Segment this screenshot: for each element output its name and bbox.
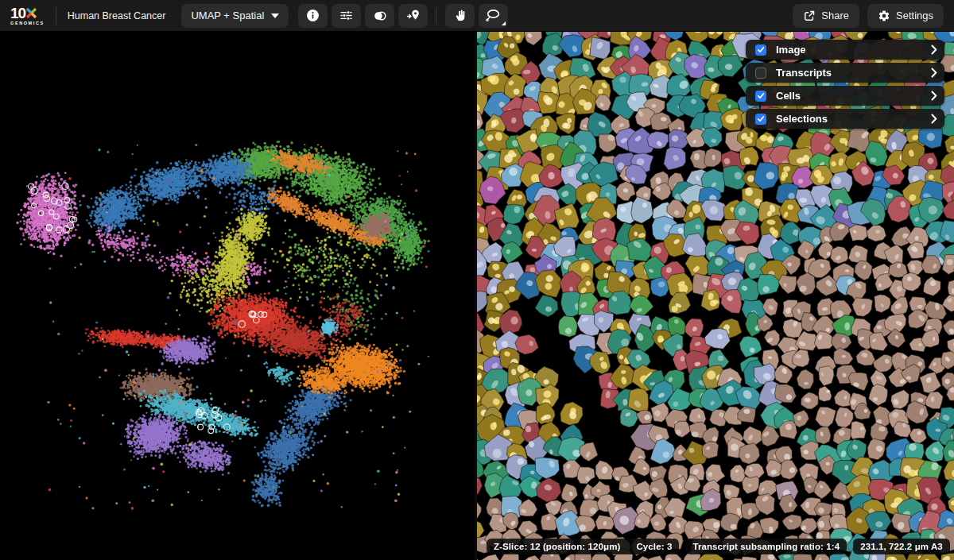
- logo-subtext: GENOMICS: [10, 21, 45, 26]
- logo-text: 10: [10, 6, 25, 21]
- spatial-view-panel: ImageTranscriptsCellsSelections Z-Slice:…: [477, 32, 954, 560]
- layer-label: Cells: [776, 90, 931, 102]
- toolbar-divider: [56, 7, 56, 25]
- caret-down-icon: [271, 14, 279, 18]
- layer-row-selections[interactable]: Selections: [746, 109, 944, 129]
- settings-button[interactable]: Settings: [867, 4, 944, 28]
- layer-checkbox-selections[interactable]: [755, 114, 766, 125]
- gear-icon: [878, 10, 890, 22]
- layer-label: Image: [776, 44, 931, 56]
- goto-location-pin-icon: [406, 9, 421, 22]
- share-label: Share: [821, 10, 849, 21]
- sliders-icon: [339, 9, 353, 22]
- more-options-indicator: [502, 21, 506, 25]
- chevron-right-icon[interactable]: [931, 68, 937, 78]
- lasso-icon: [486, 9, 501, 22]
- layer-label: Transcripts: [776, 67, 931, 79]
- top-toolbar: 10 GENOMICS Human Breast Cancer UMAP + S…: [0, 0, 954, 32]
- check-icon: [757, 92, 765, 99]
- goto-location-button[interactable]: [398, 4, 428, 28]
- layer-row-transcripts[interactable]: Transcripts: [746, 63, 944, 83]
- selection-tools-group: [445, 4, 512, 28]
- display-adjustments-button[interactable]: [332, 4, 361, 28]
- view-mode-label: UMAP + Spatial: [191, 10, 264, 21]
- layer-label: Selections: [776, 113, 931, 125]
- logo-x-icon: [25, 7, 37, 19]
- layer-checkbox-transcripts[interactable]: [755, 68, 766, 79]
- layer-checkbox-image[interactable]: [755, 44, 766, 56]
- chevron-right-icon[interactable]: [931, 44, 937, 55]
- settings-label: Settings: [896, 10, 933, 21]
- view-tools-group: [298, 4, 432, 28]
- umap-view-panel: [0, 32, 475, 560]
- share-button[interactable]: Share: [793, 4, 859, 28]
- check-icon: [757, 46, 765, 53]
- status-bar: Z-Slice: 12 (position: 120μm) Cycle: 3 T…: [487, 539, 950, 554]
- layer-row-cells[interactable]: Cells: [746, 86, 944, 106]
- info-icon: [306, 9, 320, 22]
- dataset-title: Human Breast Cancer: [68, 10, 166, 21]
- view-mode-dropdown[interactable]: UMAP + Spatial: [181, 4, 289, 28]
- z-slice-text: Z-Slice: 12 (position: 120μm): [494, 542, 620, 551]
- toolbar-divider: [436, 7, 436, 25]
- opacity-button[interactable]: [365, 4, 394, 28]
- share-icon: [803, 10, 816, 22]
- pan-hand-icon: [453, 9, 467, 22]
- lasso-tool-button[interactable]: [479, 4, 508, 28]
- layer-row-image[interactable]: Image: [746, 40, 944, 60]
- chevron-right-icon[interactable]: [931, 91, 937, 101]
- opacity-icon: [373, 10, 387, 22]
- check-icon: [757, 115, 765, 122]
- subsampling-badge: Transcript subsampling ratio: 1:4: [685, 539, 847, 554]
- cycle-text: Cycle: 3: [636, 542, 672, 551]
- layer-checkbox-cells[interactable]: [755, 91, 766, 102]
- coordinates-badge: 231.1, 722.2 μm A3: [853, 539, 950, 554]
- chevron-right-icon[interactable]: [931, 114, 937, 124]
- pan-tool-button[interactable]: [445, 4, 475, 28]
- z-slice-badge: Z-Slice: 12 (position: 120μm) Cycle: 3: [487, 539, 679, 554]
- tenx-genomics-logo: 10 GENOMICS: [10, 6, 45, 26]
- coordinates-text: 231.1, 722.2 μm A3: [860, 542, 943, 551]
- layers-panel: ImageTranscriptsCellsSelections: [746, 40, 944, 129]
- subsampling-text: Transcript subsampling ratio: 1:4: [692, 542, 840, 551]
- info-button[interactable]: [298, 4, 328, 28]
- umap-scatter-canvas[interactable]: [0, 32, 475, 560]
